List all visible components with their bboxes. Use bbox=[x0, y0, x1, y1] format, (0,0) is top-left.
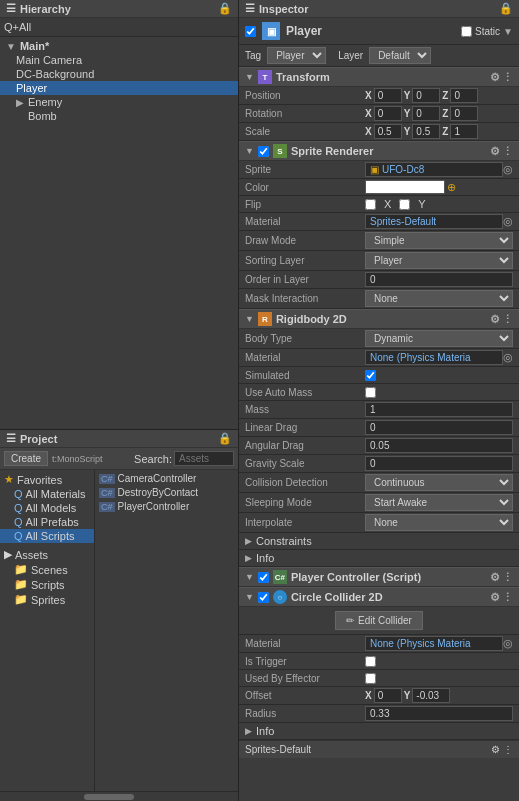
circle-collider-section-header[interactable]: ▼ ○ Circle Collider 2D ⚙ ⋮ bbox=[239, 587, 519, 607]
rigidbody-section-header[interactable]: ▼ R Rigidbody 2D ⚙ ⋮ bbox=[239, 309, 519, 329]
hierarchy-item-main-camera[interactable]: Main Camera bbox=[0, 53, 238, 67]
sprite-ref[interactable]: ▣ UFO-Dc8 bbox=[365, 162, 503, 177]
create-button[interactable]: Create bbox=[4, 451, 48, 466]
is-trigger-checkbox[interactable] bbox=[365, 656, 376, 667]
rb-icon: R bbox=[258, 312, 272, 326]
used-by-effector-checkbox[interactable] bbox=[365, 673, 376, 684]
linear-drag-input[interactable]: 0 bbox=[365, 420, 513, 435]
flip-x-checkbox[interactable] bbox=[365, 199, 376, 210]
gameobject-enabled-checkbox[interactable] bbox=[245, 26, 256, 37]
sr-settings-icon[interactable]: ⚙ bbox=[490, 145, 500, 158]
layer-select[interactable]: Default bbox=[369, 47, 431, 64]
pc-more-icon[interactable]: ⋮ bbox=[502, 571, 513, 584]
sorting-layer-label: Sorting Layer bbox=[245, 255, 365, 266]
draw-mode-select[interactable]: Simple bbox=[365, 232, 513, 249]
scale-y-input[interactable]: 0.5 bbox=[412, 124, 440, 139]
hierarchy-lock-icon[interactable]: 🔒 bbox=[218, 2, 232, 15]
sprite-ref-dot[interactable]: ◎ bbox=[503, 163, 513, 176]
rotation-z-input[interactable]: 0 bbox=[450, 106, 478, 121]
all-prefabs-item[interactable]: Q All Prefabs bbox=[0, 515, 94, 529]
script-destroy-by-contact[interactable]: C# DestroyByContact bbox=[97, 486, 236, 499]
project-search-input[interactable] bbox=[174, 451, 234, 466]
tag-select[interactable]: Player bbox=[267, 47, 326, 64]
sprites-folder[interactable]: 📁 Sprites bbox=[0, 592, 94, 607]
bottom-settings-icon[interactable]: ⚙ bbox=[491, 744, 500, 755]
hierarchy-item-main[interactable]: ▼ Main* bbox=[0, 39, 238, 53]
static-checkbox[interactable] bbox=[461, 26, 472, 37]
collision-detection-label: Collision Detection bbox=[245, 477, 365, 488]
static-dropdown-icon[interactable]: ▼ bbox=[503, 26, 513, 37]
interpolate-select[interactable]: None bbox=[365, 514, 513, 531]
color-box[interactable] bbox=[365, 180, 445, 194]
radius-input[interactable]: 0.33 bbox=[365, 706, 513, 721]
position-x-input[interactable]: 0 bbox=[374, 88, 402, 103]
rb-material-dot[interactable]: ◎ bbox=[503, 351, 513, 364]
cc-settings-icon[interactable]: ⚙ bbox=[490, 591, 500, 604]
rotation-y-input[interactable]: 0 bbox=[412, 106, 440, 121]
constraints-row[interactable]: ▶ Constraints bbox=[239, 533, 519, 550]
scenes-folder[interactable]: 📁 Scenes bbox=[0, 562, 94, 577]
sprite-renderer-section-header[interactable]: ▼ S Sprite Renderer ⚙ ⋮ bbox=[239, 141, 519, 161]
rb-settings-icon[interactable]: ⚙ bbox=[490, 313, 500, 326]
collision-detection-select[interactable]: Continuous bbox=[365, 474, 513, 491]
pc-enabled-checkbox[interactable] bbox=[258, 572, 269, 583]
position-z-input[interactable]: 0 bbox=[450, 88, 478, 103]
sr-more-icon[interactable]: ⋮ bbox=[502, 145, 513, 158]
project-lock-icon[interactable]: 🔒 bbox=[218, 432, 232, 445]
sr-material-ref[interactable]: Sprites-Default bbox=[365, 214, 503, 229]
gameobject-header: ▣ Player Static ▼ bbox=[239, 18, 519, 45]
script-player-controller[interactable]: C# PlayerController bbox=[97, 500, 236, 513]
mass-input[interactable]: 1 bbox=[365, 402, 513, 417]
scale-x-input[interactable]: 0.5 bbox=[374, 124, 402, 139]
position-y-input[interactable]: 0 bbox=[412, 88, 440, 103]
offset-y-input[interactable]: -0.03 bbox=[412, 688, 450, 703]
hierarchy-item-enemy[interactable]: ▶ Enemy bbox=[0, 95, 238, 109]
offset-y-label: Y bbox=[404, 690, 411, 701]
rb-info-row[interactable]: ▶ Info bbox=[239, 550, 519, 567]
all-scripts-item[interactable]: Q All Scripts bbox=[0, 529, 94, 543]
player-controller-section-header[interactable]: ▼ C# Player Controller (Script) ⚙ ⋮ bbox=[239, 567, 519, 587]
cc-material-ref[interactable]: None (Physics Materia bbox=[365, 636, 503, 651]
all-prefabs-icon: Q bbox=[14, 516, 23, 528]
order-in-layer-input[interactable]: 0 bbox=[365, 272, 513, 287]
pc-settings-icon[interactable]: ⚙ bbox=[490, 571, 500, 584]
rb-material-ref[interactable]: None (Physics Materia bbox=[365, 350, 503, 365]
simulated-checkbox[interactable] bbox=[365, 370, 376, 381]
transform-more-icon[interactable]: ⋮ bbox=[502, 71, 513, 84]
scripts-folder[interactable]: 📁 Scripts bbox=[0, 577, 94, 592]
rb-more-icon[interactable]: ⋮ bbox=[502, 313, 513, 326]
cc-more-icon[interactable]: ⋮ bbox=[502, 591, 513, 604]
eyedropper-icon[interactable]: ⊕ bbox=[447, 181, 456, 194]
offset-x-input[interactable]: 0 bbox=[374, 688, 402, 703]
cc-enabled-checkbox[interactable] bbox=[258, 592, 269, 603]
horizontal-scrollbar[interactable] bbox=[0, 791, 238, 801]
edit-collider-button[interactable]: ✏ Edit Collider bbox=[335, 611, 423, 630]
use-auto-mass-checkbox[interactable] bbox=[365, 387, 376, 398]
sorting-layer-select[interactable]: Player bbox=[365, 252, 513, 269]
inspector-lock-icon[interactable]: 🔒 bbox=[499, 2, 513, 15]
hierarchy-item-player[interactable]: Player bbox=[0, 81, 238, 95]
all-models-item[interactable]: Q All Models bbox=[0, 501, 94, 515]
script-camera-controller[interactable]: C# CameraController bbox=[97, 472, 236, 485]
hierarchy-item-dc-background[interactable]: DC-Background bbox=[0, 67, 238, 81]
cc-material-dot[interactable]: ◎ bbox=[503, 637, 513, 650]
hierarchy-item-bomb[interactable]: Bomb bbox=[0, 109, 238, 123]
sr-enabled-checkbox[interactable] bbox=[258, 146, 269, 157]
scale-z-input[interactable]: 1 bbox=[450, 124, 478, 139]
scroll-thumb[interactable] bbox=[84, 794, 134, 800]
assets-folder[interactable]: ▶ Assets bbox=[0, 547, 94, 562]
sleeping-mode-select[interactable]: Start Awake bbox=[365, 494, 513, 511]
mask-interaction-select[interactable]: None bbox=[365, 290, 513, 307]
all-materials-item[interactable]: Q All Materials bbox=[0, 487, 94, 501]
angular-drag-input[interactable]: 0.05 bbox=[365, 438, 513, 453]
favorites-folder[interactable]: ★ Favorites bbox=[0, 472, 94, 487]
cc-info-row[interactable]: ▶ Info bbox=[239, 723, 519, 740]
gravity-scale-input[interactable]: 0 bbox=[365, 456, 513, 471]
body-type-select[interactable]: Dynamic bbox=[365, 330, 513, 347]
rotation-x-input[interactable]: 0 bbox=[374, 106, 402, 121]
bottom-more-icon[interactable]: ⋮ bbox=[503, 744, 513, 755]
transform-settings-icon[interactable]: ⚙ bbox=[490, 71, 500, 84]
sr-material-dot[interactable]: ◎ bbox=[503, 215, 513, 228]
transform-section-header[interactable]: ▼ T Transform ⚙ ⋮ bbox=[239, 67, 519, 87]
flip-y-checkbox[interactable] bbox=[399, 199, 410, 210]
